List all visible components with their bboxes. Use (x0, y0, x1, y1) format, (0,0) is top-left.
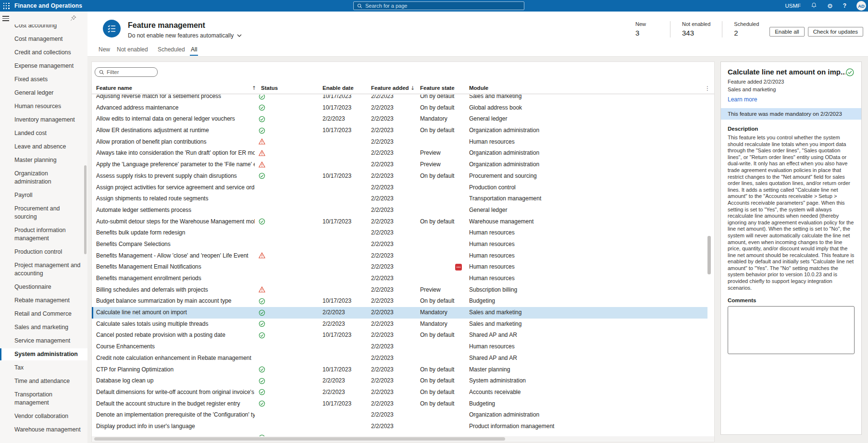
sidebar-item-credit-and-collections[interactable]: Credit and collections (0, 49, 82, 57)
row-feature-name: Benefits management enrollment periods (96, 273, 255, 284)
sidebar-item-payroll[interactable]: Payroll (0, 191, 82, 199)
comments-input[interactable] (728, 306, 855, 354)
sidebar-scrollbar[interactable] (84, 165, 87, 254)
table-row[interactable] (92, 432, 707, 436)
auto-enable-dropdown[interactable]: Do not enable new features automatically (128, 32, 242, 39)
column-header-feature-added[interactable]: Feature added (371, 85, 409, 91)
table-row[interactable]: Benefits bulk update form redesign2/2/20… (92, 227, 707, 239)
column-options-icon[interactable]: ⋮ (705, 85, 710, 92)
table-row[interactable]: Assign shipments to related route segmen… (92, 193, 707, 205)
tab-new[interactable]: New (99, 46, 110, 56)
row-feature-state (420, 421, 468, 432)
sidebar-item-organization-administration[interactable]: Organization administration (0, 170, 82, 186)
table-row[interactable]: Budget balance summarization by main acc… (92, 295, 707, 307)
sidebar-item-sales-and-marketing[interactable]: Sales and marketing (0, 323, 82, 332)
grid-horizontal-scrollbar[interactable] (92, 436, 714, 441)
feature-stats: New3Not enabled343Scheduled2 (635, 21, 770, 37)
table-row[interactable]: Assess supply risks to prevent supply ch… (92, 171, 707, 182)
table-row[interactable]: Credit note calculation enhancement in R… (92, 353, 707, 364)
enable-all-button[interactable]: Enable all (769, 27, 805, 37)
column-header-module[interactable]: Module (469, 85, 488, 91)
sidebar-item-system-administration[interactable]: System administration (0, 348, 87, 360)
tab-scheduled[interactable]: Scheduled (158, 46, 185, 56)
tab-all[interactable]: All (191, 46, 197, 56)
grid-vertical-scrollbar[interactable] (707, 236, 711, 274)
column-header-status[interactable]: Status (261, 85, 278, 91)
table-row[interactable]: CTP for Planning Optimization10/17/20232… (92, 364, 707, 376)
sidebar-item-inventory-management[interactable]: Inventory management (0, 116, 82, 124)
sidebar-item-procurement-and-sourcing[interactable]: Procurement and sourcing (0, 205, 82, 221)
sidebar-item-production-control[interactable]: Production control (0, 248, 82, 256)
sidebar-item-master-planning[interactable]: Master planning (0, 156, 82, 164)
sort-descending-icon[interactable]: ↓ (410, 85, 415, 91)
sidebar-item-vendor-collaboration[interactable]: Vendor collaboration (0, 412, 82, 420)
sidebar-item-leave-and-absence[interactable]: Leave and absence (0, 143, 82, 151)
app-launcher-waffle-icon[interactable] (3, 3, 10, 9)
sidebar-item-time-and-attendance[interactable]: Time and attendance (0, 377, 82, 385)
column-header-feature-state[interactable]: Feature state (420, 85, 455, 91)
sort-ascending-icon[interactable]: ↑ (252, 85, 256, 91)
table-row[interactable]: Default the account structure in the bud… (92, 398, 707, 410)
table-row[interactable]: Benefits Management - Allow 'close' and … (92, 250, 707, 262)
table-row[interactable]: Apply the 'Language preference' paramete… (92, 159, 707, 171)
sidebar-item-product-information-management[interactable]: Product information management (0, 226, 82, 243)
table-row[interactable]: Billing schedules and deferrals with pro… (92, 284, 707, 296)
row-module: Human resources (469, 341, 613, 353)
pin-icon[interactable] (70, 14, 76, 23)
notifications-bell-icon[interactable] (811, 2, 817, 10)
table-row[interactable]: Allow ER destinations adjustment at runt… (92, 125, 707, 136)
row-enable-date (322, 148, 368, 159)
table-row[interactable]: Auto-submit detour steps for the Warehou… (92, 216, 707, 228)
row-feature-state (420, 432, 468, 436)
row-feature-added: 2/2/2023 (371, 295, 417, 307)
sidebar-item-questionnaire[interactable]: Questionnaire (0, 283, 82, 291)
table-row[interactable]: Display product info in user's language2… (92, 421, 707, 432)
sidebar-item-fixed-assets[interactable]: Fixed assets (0, 75, 82, 84)
table-row[interactable]: Default dimensions for write-off account… (92, 387, 707, 398)
table-row[interactable]: Automate ledger settlements process2/2/2… (92, 205, 707, 216)
global-search-input[interactable]: Search for a page (353, 1, 524, 10)
user-avatar[interactable]: AD (856, 1, 866, 11)
table-row[interactable]: Always take into consideration the 'Run … (92, 148, 707, 159)
table-row[interactable]: Benefits management enrollment periods2/… (92, 273, 707, 284)
table-row[interactable]: Denote an implementation prerequisite of… (92, 409, 707, 421)
sidebar-item-project-management-and-accounting[interactable]: Project management and accounting (0, 261, 82, 278)
column-header-feature-name[interactable]: Feature name (96, 85, 132, 91)
settings-gear-icon[interactable]: ⚙ (827, 3, 833, 9)
filter-input[interactable]: Filter (95, 67, 158, 77)
tab-not-enabled[interactable]: Not enabled (117, 46, 148, 56)
sidebar-item-landed-cost[interactable]: Landed cost (0, 129, 82, 137)
row-enable-date (322, 193, 368, 205)
row-feature-name: Allow proration of benefit plan contribu… (96, 136, 255, 148)
column-header-enable-date[interactable]: Enable date (322, 85, 354, 91)
table-row[interactable]: Database log clean up2/2/20232/2/2023On … (92, 375, 707, 387)
sidebar-item-retail-and-commerce[interactable]: Retail and Commerce (0, 310, 82, 318)
table-row[interactable]: Allow edits to internal data on general … (92, 113, 707, 125)
table-row[interactable]: Allow proration of benefit plan contribu… (92, 136, 707, 148)
table-row[interactable]: Course Enhancements2/2/2023Human resourc… (92, 341, 707, 353)
table-row[interactable]: Advanced address maintenance10/17/20232/… (92, 102, 707, 114)
table-row[interactable]: Cancel posted rebate provision with a po… (92, 330, 707, 341)
table-row[interactable]: Calculate sales totals using multiple th… (92, 319, 707, 330)
sidebar-item-general-ledger[interactable]: General ledger (0, 89, 82, 97)
sidebar-item-human-resources[interactable]: Human resources (0, 102, 82, 111)
table-row[interactable]: Benefits Compare Selections2/2/2023Human… (92, 239, 707, 250)
table-row[interactable]: Assign project activities for service ag… (92, 182, 707, 194)
sidebar-item-service-management[interactable]: Service management (0, 337, 82, 345)
table-row[interactable]: Adjusting reverse match for a settlement… (92, 95, 707, 102)
sidebar-item-expense-management[interactable]: Expense management (0, 62, 82, 70)
row-feature-added: 2/2/2023 (371, 330, 417, 341)
learn-more-link[interactable]: Learn more (728, 96, 757, 103)
sidebar-item-warehouse-management[interactable]: Warehouse management (0, 426, 82, 434)
table-row[interactable]: Benefits Management Email Notifications2… (92, 261, 707, 273)
sidebar-item-transportation-management[interactable]: Transportation management (0, 391, 82, 407)
sidebar-item-cost-management[interactable]: Cost management (0, 35, 82, 43)
sidebar-item-cost-accounting[interactable]: Cost accounting (0, 25, 82, 30)
table-row[interactable]: Calculate line net amount on import2/2/2… (92, 307, 707, 319)
help-icon[interactable]: ? (843, 2, 846, 9)
hamburger-menu-icon[interactable] (2, 16, 9, 23)
company-selector[interactable]: USMF (785, 3, 801, 9)
sidebar-item-rebate-management[interactable]: Rebate management (0, 296, 82, 305)
check-for-updates-button[interactable]: Check for updates (808, 27, 863, 37)
sidebar-item-tax[interactable]: Tax (0, 364, 82, 372)
